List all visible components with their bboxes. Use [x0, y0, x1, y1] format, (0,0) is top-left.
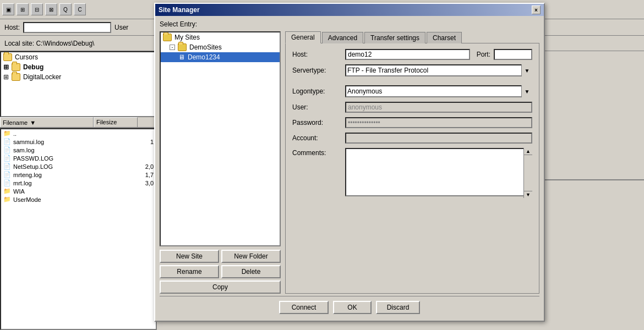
tree-item-demo1234[interactable]: 🖥 Demo1234: [161, 52, 280, 62]
toolbar-icon-1[interactable]: ▣: [2, 3, 14, 15]
dialog-left-panel: My Sites - DemoSites 🖥 Demo1234: [160, 31, 281, 294]
folder-name: DigitalLocker: [23, 73, 61, 81]
file-size: 1: [132, 139, 154, 145]
new-folder-button[interactable]: New Folder: [221, 250, 281, 263]
scroll-up[interactable]: ▲: [524, 148, 532, 155]
expand-icon: ⊞: [3, 73, 9, 81]
scroll-down[interactable]: ▼: [524, 191, 532, 198]
tab-advanced[interactable]: Advanced: [322, 32, 363, 43]
account-row: Account:: [292, 133, 532, 144]
file-size: 1,7: [132, 172, 154, 178]
file-row[interactable]: 📁 UserMode: [1, 195, 156, 204]
dialog-close-button[interactable]: ×: [532, 6, 541, 14]
file-name: sam.log: [13, 147, 129, 153]
toolbar-icon-6[interactable]: C: [74, 3, 86, 15]
file-icon: 📄: [3, 146, 11, 153]
user-row: User:: [292, 102, 532, 113]
left-buttons-area: New Site New Folder Rename Delete Copy: [160, 250, 281, 294]
folder-icon: [163, 34, 172, 41]
delete-button[interactable]: Delete: [221, 265, 281, 278]
file-row[interactable]: 📄 NetSetup.LOG 2,0: [1, 162, 156, 170]
file-row[interactable]: 📄 sam.log: [1, 146, 156, 154]
toolbar-icon-5[interactable]: Q: [59, 3, 72, 15]
host-label: Host:: [4, 24, 20, 31]
comments-wrapper: ▲ ▼: [345, 148, 532, 198]
servertype-select-wrapper: FTP - File Transfer Protocol SFTP - SSH …: [345, 64, 532, 76]
file-icon: 📄: [3, 155, 11, 162]
toolbar-icon-3[interactable]: ⊟: [31, 3, 43, 15]
port-field[interactable]: [494, 49, 532, 60]
file-name: mrt.log: [13, 180, 129, 186]
host-input[interactable]: [23, 22, 111, 33]
tree-item-demo-sites[interactable]: - DemoSites: [161, 42, 280, 52]
spacer: [292, 81, 532, 85]
expand-button[interactable]: -: [170, 45, 175, 50]
port-label: Port:: [477, 51, 490, 58]
dialog-right-panel: General Advanced Transfer settings Chars…: [285, 31, 539, 294]
file-name: ..: [13, 130, 129, 137]
folder-name: Debug: [23, 63, 43, 71]
connect-button[interactable]: Connect: [279, 301, 329, 314]
password-field[interactable]: [345, 117, 532, 128]
dialog-titlebar: Site Manager ×: [155, 4, 544, 16]
file-name: NetSetup.LOG: [13, 163, 129, 170]
bottom-buttons: Connect OK Discard: [160, 296, 539, 316]
comments-label: Comments:: [292, 149, 342, 157]
dialog-main: My Sites - DemoSites 🖥 Demo1234: [160, 31, 539, 294]
sites-tree: My Sites - DemoSites 🖥 Demo1234: [160, 31, 281, 246]
file-name: sammui.log: [13, 139, 129, 145]
servertype-label: Servertype:: [292, 67, 342, 74]
user-label: User: [114, 24, 128, 31]
folder-icon: [178, 43, 187, 51]
toolbar-icon-2[interactable]: ⊞: [17, 3, 29, 15]
file-name: PASSWD.LOG: [13, 155, 129, 162]
host-field[interactable]: [345, 49, 470, 60]
ok-button[interactable]: OK: [333, 301, 372, 314]
user-field-label: User:: [292, 103, 342, 111]
account-field[interactable]: [345, 133, 532, 144]
file-name: WIA: [13, 188, 129, 195]
tree-item-debug[interactable]: ⊞ Debug: [1, 62, 156, 72]
rename-button[interactable]: Rename: [160, 265, 219, 278]
tab-general[interactable]: General: [285, 31, 321, 43]
dialog-title: Site Manager: [159, 6, 200, 14]
file-list: 📁 .. 📄 sammui.log 1 📄 sam.log 📄 PASSWD.L…: [0, 128, 157, 330]
select-entry-label: Select Entry:: [160, 20, 539, 28]
comments-textarea[interactable]: [345, 148, 532, 196]
file-row-parent[interactable]: 📁 ..: [1, 129, 156, 138]
user-field[interactable]: [345, 102, 532, 113]
tab-charset[interactable]: Charset: [427, 32, 462, 43]
my-sites-label: My Sites: [174, 34, 200, 41]
tree-item-digitallocker[interactable]: ⊞ DigitalLocker: [1, 72, 156, 82]
logontype-select[interactable]: Anonymous Normal Ask for password Intera…: [345, 85, 532, 97]
comments-row: Comments: ▲ ▼: [292, 148, 532, 198]
file-row[interactable]: 📁 WIA: [1, 187, 156, 195]
host-field-label: Host:: [292, 51, 342, 58]
tree-item-my-sites[interactable]: My Sites: [161, 32, 280, 42]
new-buttons-row: New Site New Folder: [160, 250, 281, 263]
file-row[interactable]: 📄 mrteng.log 1,7: [1, 170, 156, 179]
host-row: Host: Port:: [292, 49, 532, 60]
copy-row: Copy: [160, 280, 281, 294]
file-area: Cursors ⊞ Debug ⊞ DigitalLocker Filename…: [0, 51, 157, 330]
folder-icon: [12, 73, 20, 81]
password-row: Password:: [292, 117, 532, 128]
toolbar-icon-4[interactable]: ⊠: [45, 3, 57, 15]
copy-button[interactable]: Copy: [160, 280, 281, 294]
tab-content-general: Host: Port: Servertype: FTP - File Trans…: [285, 43, 539, 294]
tab-transfer-settings[interactable]: Transfer settings: [364, 32, 425, 43]
file-row[interactable]: 📄 PASSWD.LOG: [1, 154, 156, 162]
file-name: mrteng.log: [13, 172, 129, 178]
folder-icon: [3, 53, 12, 61]
file-row[interactable]: 📄 sammui.log 1: [1, 138, 156, 146]
account-label: Account:: [292, 134, 342, 142]
file-icon: 📄: [3, 163, 11, 170]
servertype-select[interactable]: FTP - File Transfer Protocol SFTP - SSH …: [345, 64, 532, 76]
local-folder-tree: Cursors ⊞ Debug ⊞ DigitalLocker: [0, 51, 157, 117]
local-site-label: Local site:: [4, 40, 34, 47]
discard-button[interactable]: Discard: [376, 301, 420, 314]
folder-name: Cursors: [15, 53, 38, 61]
file-row[interactable]: 📄 mrt.log 3,0: [1, 179, 156, 187]
new-site-button[interactable]: New Site: [160, 250, 219, 263]
tree-item-cursors[interactable]: Cursors: [1, 52, 156, 62]
